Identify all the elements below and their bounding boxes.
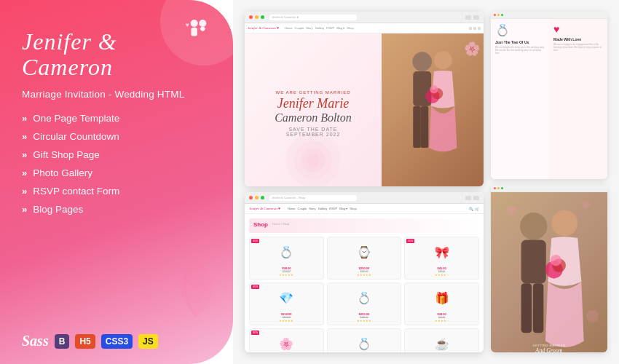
shop-nav-links: Home Couple Story Gallery RSVP Blog ▾ Sh… <box>288 207 357 210</box>
shop-item-img-3: 🎀 <box>407 240 476 265</box>
svg-rect-12 <box>421 106 429 148</box>
cart-icon: 🛒 <box>475 207 479 211</box>
shop-item-7: NEW 🌸 $65.00 $85.00 ★★★★★ <box>249 328 324 352</box>
js-badge: JS <box>138 334 158 349</box>
nav-icon-user <box>473 27 476 30</box>
svg-rect-19 <box>521 283 532 333</box>
about-section-mockup: 💍 Just The Two Of Us We are delighted to… <box>491 12 607 179</box>
side-dot-green-2 <box>501 187 503 189</box>
shop-item-1: NEW 💍 $98.00 $120.00 ★★★★★ <box>249 237 324 280</box>
about-page-content: 💍 Just The Two Of Us We are delighted to… <box>491 19 607 179</box>
wedding-text-section: We Are Getting Married Jenifer Marie Cam… <box>275 90 352 137</box>
chevron-icon-6: » <box>22 204 27 215</box>
wedding-nav-logo: Jenifer & Cameron ♥ <box>248 26 279 30</box>
chevron-icon-2: » <box>22 131 27 142</box>
side-dot-yellow-1 <box>497 14 500 16</box>
browser-bar-top: Jenifer & Cameron ♥ <box>245 12 484 23</box>
shop-item-img-6: 🎁 <box>407 285 476 311</box>
side-dot-red-2 <box>494 187 496 189</box>
svg-rect-3 <box>201 27 205 30</box>
wedding-photo-caption: GETTING MARRIED And Groom <box>491 344 607 352</box>
shop-page-nav: Jenifer & Cameron ♥ Home Couple Story Ga… <box>245 204 484 214</box>
chevron-icon-1: » <box>22 113 27 124</box>
wedding-side-photo-svg <box>491 192 607 352</box>
shop-nav-icon-area: 🔍 🛒 <box>469 207 479 211</box>
screenshots-area: Jenifer & Cameron ♥ Jenifer & Cameron ♥ … <box>245 12 607 352</box>
heart-icon: ♥ <box>553 23 603 35</box>
about-left-title: Just The Two Of Us <box>495 40 545 44</box>
svg-point-27 <box>586 310 599 323</box>
nav-link-gallery: Gallery <box>315 26 325 30</box>
brand-name-part1: Jenifer <box>22 28 92 55</box>
shop-item-4: NEW 💎 $150.00 $200.00 ★★★★★ <box>249 282 324 325</box>
about-right-section: ♥ Made With Love We are so happy to be e… <box>549 19 607 179</box>
new-badge-7: NEW <box>251 331 259 335</box>
side-dot-green-1 <box>501 14 503 16</box>
side-dot-red-1 <box>494 14 496 16</box>
css3-badge: CSS3 <box>101 334 133 349</box>
shop-browser-bar: Jenifer & Cameron - Shop <box>245 192 484 204</box>
svg-point-21 <box>551 210 577 237</box>
wedding-right-photo: 🌸 <box>382 33 484 186</box>
feature-label-4: Photo Gallery <box>33 167 92 178</box>
side-screenshots-column: 💍 Just The Two Of Us We are delighted to… <box>491 12 607 352</box>
nav-link-story: Story <box>306 26 312 30</box>
svg-point-25 <box>507 206 517 216</box>
sass-badge: Sass <box>22 333 49 349</box>
shop-icon-2 <box>473 196 479 200</box>
svg-rect-11 <box>413 106 421 148</box>
svg-point-8 <box>307 154 320 167</box>
nav-link-home: Home <box>285 26 293 30</box>
shop-breadcrumb: Home / Shop <box>272 222 289 226</box>
nav-link-couple: Couple <box>295 26 304 30</box>
svg-rect-1 <box>192 28 197 36</box>
brand-subtitle: Marriage Invitation - Wedding HTML <box>22 89 211 100</box>
shop-item-img-4: 💎 <box>252 285 321 311</box>
about-right-text: We are so happy to be engaged and this i… <box>553 43 603 52</box>
shop-item-5: 💍 $205.00 $280.00 ★★★★★ <box>327 282 402 325</box>
url-text: Jenifer & Cameron ♥ <box>272 15 299 19</box>
svg-point-17 <box>520 213 547 240</box>
save-date-text: Save The Date SEPTEMBER 2022 <box>275 127 352 137</box>
feature-item-3: » Gift Shop Page <box>22 149 211 160</box>
shop-dot-yellow <box>255 196 259 199</box>
getting-married-text: We Are Getting Married <box>275 90 352 95</box>
photo-mockup-bar <box>491 185 607 192</box>
browser-icon-2 <box>473 15 479 20</box>
shop-icon-1 <box>465 196 471 200</box>
shop-page-mockup: Jenifer & Cameron - Shop Jenifer & Camer… <box>245 192 484 352</box>
wedding-nav-icons <box>469 27 481 30</box>
shop-url-text: Jenifer & Cameron - Shop <box>272 196 305 199</box>
couple-icon: ♥ <box>175 16 211 52</box>
feature-label-6: Blog Pages <box>33 204 83 215</box>
shop-nav-rsvp: RSVP <box>329 207 337 210</box>
shop-item-8: 💍 $175.00 $220.00 ★★★★★ <box>327 328 402 352</box>
main-screenshot-column: Jenifer & Cameron ♥ Jenifer & Cameron ♥ … <box>245 12 484 352</box>
right-panel: Jenifer & Cameron ♥ Jenifer & Cameron ♥ … <box>233 0 619 364</box>
nav-link-rsvp: RSVP <box>326 26 334 30</box>
feature-item-6: » Blog Pages <box>22 204 211 215</box>
feature-item-1: » One Page Template <box>22 113 211 124</box>
shop-nav-shop: Shop <box>350 207 356 210</box>
feature-label-1: One Page Template <box>33 113 119 124</box>
shop-item-9: ☕ $28.00 $38.00 ★★★★☆ <box>404 328 479 352</box>
item-stars-4: ★★★★★ <box>252 319 321 323</box>
feature-label-5: RSVP contact Form <box>33 186 119 197</box>
photo-caption-names: And Groom <box>491 347 607 352</box>
shop-page-content: Shop Home / Shop NEW 💍 $98.00 $120.00 ★★… <box>245 214 484 352</box>
feature-item-2: » Circular Countdown <box>22 131 211 142</box>
svg-point-16 <box>430 85 438 93</box>
flower-emoji: 🌸 <box>464 41 480 57</box>
shop-item-img-1: 💍 <box>252 240 321 265</box>
shop-dot-green <box>261 196 264 199</box>
groom-name: Cameron Bolton <box>275 111 352 124</box>
item-stars-2: ★★★★★ <box>330 273 399 277</box>
shop-nav-gallery: Gallery <box>318 207 328 210</box>
svg-point-26 <box>583 201 590 208</box>
nav-icon-menu <box>478 27 481 30</box>
svg-point-13 <box>434 51 452 69</box>
item-stars-5: ★★★★★ <box>330 319 399 323</box>
brand-ampersand: & <box>98 28 117 55</box>
shop-item-img-8: 💍 <box>330 331 399 352</box>
wedding-couple-photo: 🌸 <box>382 33 484 186</box>
